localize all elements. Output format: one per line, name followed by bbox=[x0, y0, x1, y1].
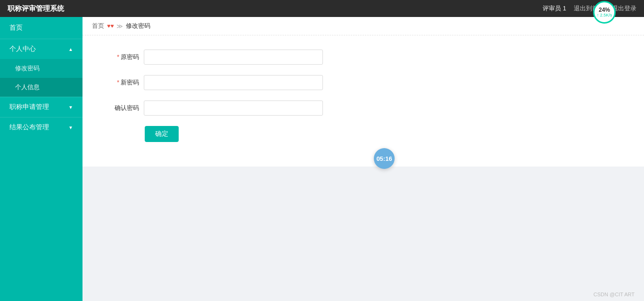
time-bubble: 05:16 bbox=[374, 148, 395, 169]
label-new-password: *新密码 bbox=[101, 78, 139, 87]
sidebar-group-results-header[interactable]: 结果公布管理 ▼ bbox=[0, 117, 83, 137]
sidebar-group-application-header[interactable]: 职称申请管理 ▼ bbox=[0, 97, 83, 117]
label-old-password: *原密码 bbox=[101, 53, 139, 61]
breadcrumb-separator-arrow: ≫ bbox=[116, 23, 123, 30]
chevron-down-icon-2: ▼ bbox=[68, 125, 73, 130]
sidebar: 首页 个人中心 ▲ 修改密码 个人信息 职称申请管理 ▼ 结果公布管理 ▼ bbox=[0, 17, 83, 301]
input-confirm-password[interactable] bbox=[144, 100, 323, 116]
form-row-old-password: *原密码 bbox=[101, 50, 625, 65]
form-row-confirm-password: 确认密码 bbox=[101, 100, 625, 116]
footer-watermark: CSDN @CIT ART bbox=[594, 292, 635, 297]
sidebar-group-personal-items: 修改密码 个人信息 bbox=[0, 59, 83, 97]
breadcrumb-current: 修改密码 bbox=[126, 22, 150, 30]
form-row-submit: 确定 bbox=[101, 126, 625, 142]
chevron-down-icon-1: ▼ bbox=[68, 105, 73, 110]
main-layout: 首页 个人中心 ▲ 修改密码 个人信息 职称申请管理 ▼ 结果公布管理 ▼ bbox=[0, 17, 644, 301]
sidebar-group-application-label: 职称申请管理 bbox=[9, 103, 49, 111]
required-mark-2: * bbox=[117, 79, 119, 86]
sidebar-home[interactable]: 首页 bbox=[0, 17, 83, 39]
submit-button[interactable]: 确定 bbox=[145, 126, 179, 142]
required-mark-1: * bbox=[117, 53, 119, 60]
speed-indicator: 24% ↑ 2.5K/s bbox=[593, 1, 616, 24]
sidebar-group-results: 结果公布管理 ▼ bbox=[0, 117, 83, 137]
chevron-up-icon: ▲ bbox=[68, 47, 73, 52]
breadcrumb: 首页 ♥♥ ≫ 修改密码 bbox=[83, 17, 644, 35]
header: 职称评审管理系统 评审员 1 退出到前台 退出登录 24% ↑ 2.5K/s bbox=[0, 0, 644, 17]
sidebar-group-application: 职称申请管理 ▼ bbox=[0, 97, 83, 117]
breadcrumb-home[interactable]: 首页 bbox=[92, 22, 104, 30]
sidebar-item-personal-info[interactable]: 个人信息 bbox=[0, 78, 83, 97]
sidebar-group-personal-label: 个人中心 bbox=[9, 45, 36, 53]
app-title: 职称评审管理系统 bbox=[8, 4, 64, 13]
sidebar-item-change-password[interactable]: 修改密码 bbox=[0, 59, 83, 78]
sidebar-group-personal: 个人中心 ▲ 修改密码 个人信息 bbox=[0, 39, 83, 97]
speed-percent: 24% bbox=[599, 7, 610, 13]
sidebar-group-personal-header[interactable]: 个人中心 ▲ bbox=[0, 39, 83, 59]
form-row-new-password: *新密码 bbox=[101, 75, 625, 90]
header-actions: 评审员 1 退出到前台 退出登录 bbox=[543, 4, 636, 13]
label-confirm-password: 确认密码 bbox=[101, 104, 139, 112]
sidebar-group-results-label: 结果公布管理 bbox=[9, 123, 49, 132]
input-old-password[interactable] bbox=[144, 50, 323, 65]
main-content: 首页 ♥♥ ≫ 修改密码 *原密码 *新密码 bbox=[83, 17, 644, 301]
speed-value: ↑ 2.5K/s bbox=[597, 13, 612, 18]
user-label: 评审员 1 bbox=[543, 4, 566, 13]
input-new-password[interactable] bbox=[144, 75, 323, 90]
breadcrumb-separator-hearts: ♥♥ bbox=[107, 23, 114, 29]
change-password-form: *原密码 *新密码 确认密码 确定 bbox=[83, 35, 644, 167]
